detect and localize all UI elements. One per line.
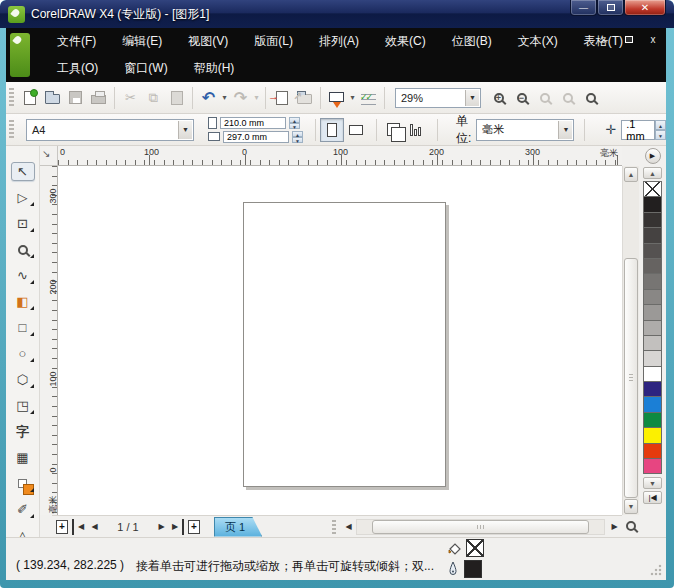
- menu-edit[interactable]: 编辑(E): [109, 28, 175, 55]
- horizontal-scrollbar[interactable]: [356, 519, 605, 535]
- text-tool[interactable]: 字: [11, 422, 35, 441]
- palette-expand-button[interactable]: |◀: [643, 491, 662, 504]
- ellipse-tool[interactable]: ○: [11, 344, 35, 363]
- last-page-button[interactable]: ▶: [169, 519, 184, 535]
- eyedropper-tool[interactable]: ✐: [11, 500, 35, 519]
- zoom-out-button[interactable]: −: [510, 86, 533, 110]
- all-pages-layout-button[interactable]: [381, 118, 405, 142]
- color-swatch[interactable]: [643, 243, 662, 259]
- zoom-to-all-button[interactable]: [556, 86, 579, 110]
- property-bar-grip[interactable]: [9, 120, 14, 140]
- doc-close-button[interactable]: x: [646, 34, 660, 45]
- rectangle-tool[interactable]: □: [11, 318, 35, 337]
- palette-flyout-button[interactable]: ▶: [645, 148, 661, 164]
- units-dropdown-icon[interactable]: ▼: [558, 121, 572, 139]
- menu-help[interactable]: 帮助(H): [181, 55, 248, 82]
- menu-tools[interactable]: 工具(O): [44, 55, 111, 82]
- outline-pen-tool[interactable]: △: [11, 526, 35, 537]
- new-document-button[interactable]: [18, 86, 41, 110]
- fill-color-swatch[interactable]: [466, 539, 484, 557]
- pick-tool[interactable]: ↖: [11, 162, 35, 181]
- polygon-tool[interactable]: ⬡: [11, 370, 35, 389]
- color-swatch[interactable]: [643, 227, 662, 243]
- import-button[interactable]: →: [270, 86, 293, 110]
- smart-fill-tool[interactable]: ◧: [11, 292, 35, 311]
- zoom-combo-dropdown-icon[interactable]: ▼: [465, 90, 479, 106]
- color-swatch[interactable]: [643, 304, 662, 320]
- pan-zoom-button[interactable]: [622, 517, 639, 535]
- units-combo[interactable]: 毫米 ▼: [476, 119, 574, 141]
- zoom-in-button[interactable]: +: [487, 86, 510, 110]
- color-swatch[interactable]: [643, 366, 662, 382]
- navigator-splitter[interactable]: [332, 520, 336, 534]
- horizontal-scroll-thumb[interactable]: [372, 520, 589, 534]
- no-color-swatch[interactable]: [643, 181, 662, 197]
- paper-height-spinner[interactable]: ▲▼: [292, 131, 303, 143]
- color-swatch[interactable]: [643, 443, 662, 459]
- zoom-to-selected-button[interactable]: [533, 86, 556, 110]
- basic-shapes-tool[interactable]: ◳: [11, 396, 35, 415]
- redo-dropdown[interactable]: ▾: [252, 93, 261, 102]
- scroll-right-button[interactable]: ▶: [607, 519, 622, 535]
- menu-arrange[interactable]: 排列(A): [306, 28, 372, 55]
- menu-layout[interactable]: 版面(L): [241, 28, 306, 55]
- horizontal-ruler[interactable]: 0 100 0 100 200 300 毫米: [58, 146, 622, 166]
- vertical-ruler[interactable]: 300 200 100 0 毫米: [40, 166, 58, 515]
- color-swatch[interactable]: [643, 458, 662, 474]
- shape-tool[interactable]: ▷: [11, 188, 35, 207]
- undo-dropdown[interactable]: ▾: [220, 93, 229, 102]
- palette-scroll-up-button[interactable]: ▲: [643, 167, 662, 179]
- color-swatch[interactable]: [643, 196, 662, 212]
- color-swatch[interactable]: [643, 350, 662, 366]
- paper-width-spinner[interactable]: ▲▼: [289, 117, 300, 129]
- maximize-button[interactable]: [597, 0, 624, 16]
- menu-file[interactable]: 文件(F): [44, 28, 109, 55]
- menu-window[interactable]: 窗口(W): [111, 55, 180, 82]
- undo-button[interactable]: ↶: [197, 86, 220, 110]
- window-resize-grip[interactable]: [650, 564, 662, 576]
- paper-preset-dropdown-icon[interactable]: ▼: [178, 121, 192, 139]
- paper-height-input[interactable]: 297.0 mm: [223, 131, 289, 143]
- freehand-tool[interactable]: ∿: [11, 266, 35, 285]
- save-button[interactable]: [64, 86, 87, 110]
- color-swatch[interactable]: [643, 396, 662, 412]
- drawing-page[interactable]: [243, 202, 446, 487]
- menu-text[interactable]: 文本(X): [505, 28, 571, 55]
- redo-button[interactable]: ↷: [229, 86, 252, 110]
- palette-scroll-down-button[interactable]: ▼: [643, 477, 662, 489]
- coreldraw-app-icon[interactable]: [10, 33, 30, 77]
- landscape-button[interactable]: [344, 118, 368, 142]
- scroll-left-button[interactable]: ◀: [341, 519, 356, 535]
- color-swatch[interactable]: [643, 335, 662, 351]
- menu-bitmaps[interactable]: 位图(B): [439, 28, 505, 55]
- zoom-tool[interactable]: [11, 240, 35, 259]
- page-tab[interactable]: 页 1: [214, 517, 262, 537]
- outline-color-swatch[interactable]: [464, 560, 482, 578]
- color-swatch[interactable]: [643, 258, 662, 274]
- crop-tool[interactable]: ⊡: [11, 214, 35, 233]
- facing-pages-button[interactable]: [405, 118, 429, 142]
- cut-button[interactable]: ✂: [119, 86, 142, 110]
- color-swatch[interactable]: [643, 412, 662, 428]
- table-tool[interactable]: ▦: [11, 448, 35, 467]
- color-swatch[interactable]: [643, 212, 662, 228]
- toolbar-grip[interactable]: [9, 88, 14, 108]
- previous-page-button[interactable]: ◀: [87, 519, 102, 535]
- page-indicator[interactable]: 1 / 1: [102, 521, 154, 533]
- drawing-canvas[interactable]: [58, 166, 622, 515]
- copy-button[interactable]: ⧉: [142, 86, 165, 110]
- menu-view[interactable]: 视图(V): [175, 28, 241, 55]
- interactive-blend-tool[interactable]: [11, 474, 35, 493]
- vertical-scrollbar[interactable]: ▲ ▼: [622, 166, 639, 515]
- paste-button[interactable]: [165, 86, 188, 110]
- color-swatch[interactable]: [643, 381, 662, 397]
- scroll-up-button[interactable]: ▲: [624, 167, 638, 182]
- open-button[interactable]: [41, 86, 64, 110]
- nudge-offset-input[interactable]: .1 mm: [621, 120, 655, 140]
- export-button[interactable]: ↗: [293, 86, 316, 110]
- add-page-after-button[interactable]: [188, 520, 200, 534]
- zoom-level-combo[interactable]: 29% ▼: [395, 88, 481, 108]
- color-swatch[interactable]: [643, 289, 662, 305]
- print-button[interactable]: [87, 86, 110, 110]
- paper-preset-combo[interactable]: A4 ▼: [26, 119, 194, 141]
